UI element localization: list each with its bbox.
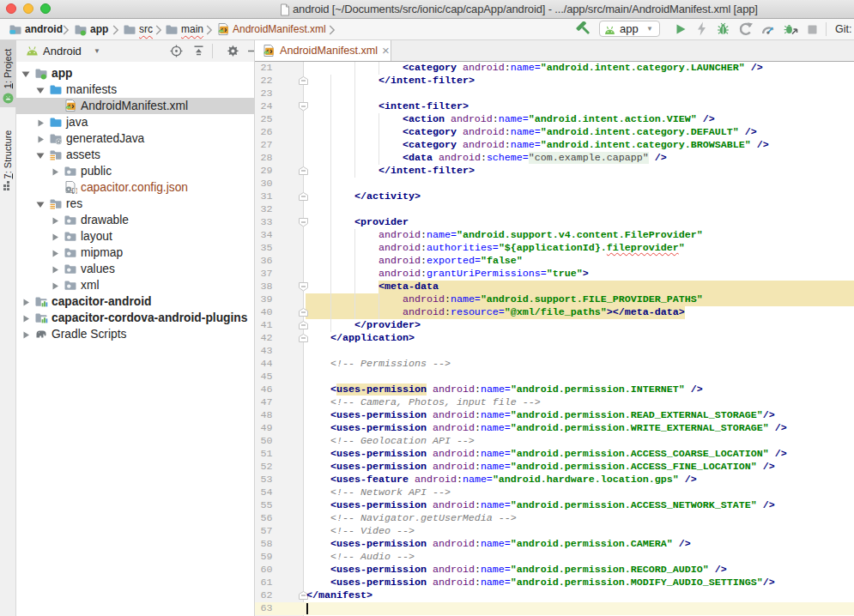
svg-text:{): {) [70, 186, 77, 194]
